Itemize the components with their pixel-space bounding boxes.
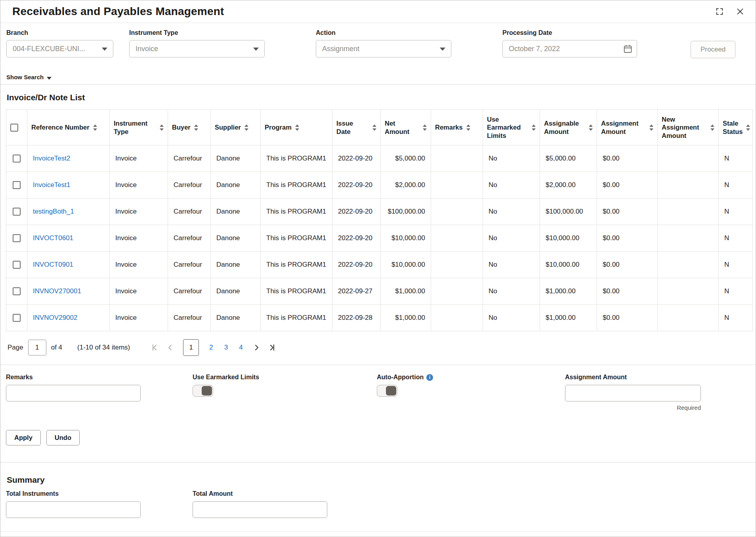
stale-status-cell: N [719,172,753,199]
sort-icon[interactable] [372,124,376,131]
sort-icon[interactable] [466,124,470,131]
auto-apportion-label: Auto-Apportion [377,374,424,381]
reference-link[interactable]: InvoiceTest1 [33,181,71,189]
calendar-icon[interactable] [623,44,633,55]
row-checkbox[interactable] [13,208,21,216]
supplier-cell: Danone [211,305,261,331]
assignment-amount-cell: $0.00 [597,145,658,172]
sort-icon[interactable] [746,124,750,131]
total-amount-input[interactable] [193,501,327,518]
stale-status-cell: N [719,225,753,252]
required-hint: Required [565,404,701,411]
sort-icon[interactable] [532,124,536,131]
sort-icon[interactable] [423,124,427,131]
use-earmarked-limits-cell: No [483,199,540,225]
assignment-amount-input[interactable] [565,385,701,401]
proceed-button[interactable]: Proceed [691,41,735,58]
branch-label: Branch [6,29,113,36]
total-instruments-input[interactable] [6,501,141,518]
row-checkbox[interactable] [13,261,21,269]
instrument-type-field: Instrument Type Invoice [129,29,265,57]
assignable-amount-cell: $1,000.00 [540,305,597,331]
assignment-amount-cell: $0.00 [597,225,658,252]
remarks-input[interactable] [6,385,141,401]
supplier-cell: Danone [211,278,261,305]
sort-icon[interactable] [160,124,164,131]
remarks-cell [431,199,483,225]
invoice-table-body: InvoiceTest2 Invoice Carrefour Danone Th… [6,145,753,331]
instrument-type-cell: Invoice [110,252,168,278]
auto-apportion-toggle[interactable] [377,385,397,397]
net-amount-cell: $10,000.00 [381,225,431,252]
instrument-type-cell: Invoice [110,225,168,252]
row-checkbox[interactable] [13,234,21,242]
total-amount-label: Total Amount [193,490,327,497]
table-row: testingBoth_1 Invoice Carrefour Danone T… [6,199,753,225]
page-link-3[interactable]: 3 [224,344,228,352]
processing-date-field: Processing Date [502,29,637,57]
assignable-amount-cell: $2,000.00 [540,172,597,199]
branch-select[interactable]: 004-FLEXCUBE-UNI... [6,40,113,57]
supplier-cell: Danone [211,172,261,199]
undo-button[interactable]: Undo [46,430,80,445]
stale-status-cell: N [719,305,753,331]
resize-icon[interactable] [714,6,725,17]
col-net-amount: Net Amount [385,119,419,136]
info-icon[interactable]: i [426,374,433,381]
reference-link[interactable]: testingBoth_1 [33,208,74,215]
select-all-checkbox[interactable] [10,124,18,132]
reference-link[interactable]: InvoiceTest2 [33,155,71,162]
col-supplier: Supplier [215,123,241,132]
supplier-cell: Danone [211,225,261,252]
close-icon[interactable] [735,6,745,17]
use-earmarked-limits-cell: No [483,278,540,305]
page-link-4[interactable]: 4 [239,344,242,352]
first-page-icon[interactable] [148,341,161,354]
reference-link[interactable]: INVOCT0901 [33,261,73,268]
reference-link[interactable]: INVNOV270001 [33,287,81,295]
sort-icon[interactable] [194,124,198,131]
action-select[interactable]: Assignment [316,40,451,57]
sort-icon[interactable] [93,124,97,131]
use-earmarked-limits-field: Use Earmarked Limits [193,374,259,397]
assignable-amount-cell: $10,000.00 [540,252,597,278]
sort-icon[interactable] [589,124,593,131]
reference-link[interactable]: INVNOV29002 [33,314,77,321]
sort-icon[interactable] [649,124,653,131]
use-earmarked-limits-toggle[interactable] [193,385,213,397]
row-checkbox[interactable] [13,314,21,322]
reference-link[interactable]: INVOCT0601 [33,234,73,242]
show-search-toggle[interactable]: Show Search [0,70,756,85]
last-page-icon[interactable] [266,341,279,354]
row-checkbox[interactable] [13,155,21,162]
supplier-cell: Danone [211,145,261,172]
processing-date-input[interactable] [503,40,637,57]
current-page[interactable]: 1 [183,339,199,356]
instrument-type-cell: Invoice [110,145,168,172]
assignable-amount-cell: $100,000.00 [540,199,597,225]
row-checkbox[interactable] [13,181,21,189]
buyer-cell: Carrefour [168,145,211,172]
apply-button[interactable]: Apply [6,430,41,445]
invoice-list-section: Invoice/Dr Note List Reference Number In… [0,93,756,365]
chevron-down-icon [440,48,445,51]
sort-icon[interactable] [295,124,299,131]
net-amount-cell: $2,000.00 [381,172,431,199]
page-number-input[interactable] [28,340,46,355]
processing-date-label: Processing Date [502,29,637,36]
sort-icon[interactable] [244,124,248,131]
program-cell: This is PROGRAM1 [261,278,332,305]
remarks-field: Remarks [6,374,141,401]
col-use-earmarked-limits: Use Earmarked Limits [487,115,528,140]
next-page-icon[interactable] [250,341,263,354]
action-value: Assignment [322,45,359,53]
previous-page-icon[interactable] [164,341,177,354]
sort-icon[interactable] [710,124,714,131]
instrument-type-select[interactable]: Invoice [129,40,265,57]
row-checkbox[interactable] [13,287,21,295]
page-link-2[interactable]: 2 [209,344,213,352]
total-instruments-label: Total Instruments [6,490,141,497]
col-issue-date: Issue Date [336,119,369,136]
net-amount-cell: $1,000.00 [381,305,431,331]
remarks-label: Remarks [6,374,141,381]
